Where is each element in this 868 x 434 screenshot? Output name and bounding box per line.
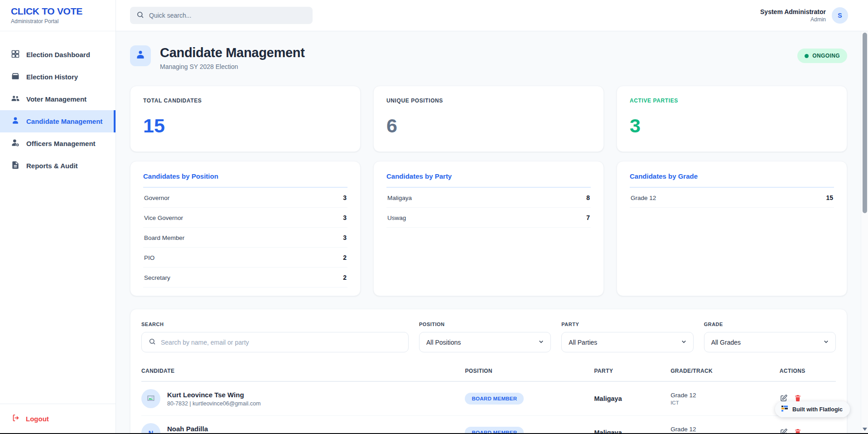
brand: CLICK TO VOTE Administrator Portal — [0, 0, 116, 31]
sidebar-nav: Election Dashboard Election History Vote… — [0, 31, 116, 404]
filter-label: PARTY — [561, 322, 693, 327]
column-header-grade-track: GRADE/TRACK — [670, 368, 780, 374]
status-label: ONGOING — [812, 53, 840, 59]
card-candidates-by-party: Candidates by Party Maligaya 8 Uswag 7 — [373, 161, 604, 296]
vertical-scrollbar — [861, 31, 868, 433]
table-header: CANDIDATE POSITION PARTY GRADE/TRACK ACT… — [141, 366, 836, 382]
row-label: Grade 12 — [631, 195, 656, 201]
status-badge: ONGOING — [797, 49, 847, 63]
party-cell: Maligaya — [594, 395, 671, 402]
sidebar-item-voter-management[interactable]: Voter Management — [0, 88, 116, 110]
candidate-person-icon — [135, 49, 146, 62]
position-badge: BOARD MEMBER — [465, 427, 524, 433]
stat-card-active-parties: ACTIVE PARTIES 3 — [617, 86, 847, 152]
filters-row: SEARCH POSITION All Positions — [141, 322, 836, 352]
candidate-search-input[interactable] — [161, 339, 401, 346]
stat-value: 6 — [386, 115, 591, 137]
position-badge: BOARD MEMBER — [465, 393, 524, 405]
candidate-name: Noah Padilla — [167, 425, 260, 433]
filter-label: GRADE — [704, 322, 836, 327]
row-value: 2 — [343, 254, 347, 261]
avatar[interactable]: S — [832, 7, 848, 24]
voters-group-icon — [11, 94, 20, 104]
candidate-identity: Noah Padilla 77-4692 | noahpadilla13@gma… — [167, 425, 260, 434]
dashboard-grid-icon — [11, 49, 20, 60]
delete-candidate-button[interactable] — [794, 428, 802, 434]
row-label: Board Member — [144, 234, 184, 241]
candidate-contact: 80-7832 | kurtleovince06@gmail.com — [167, 400, 260, 407]
user-menu[interactable]: System Administrator Admin S — [760, 7, 848, 24]
party-cell: Maligaya — [594, 429, 671, 433]
sidebar-item-label: Candidate Management — [26, 117, 102, 125]
app-window: CLICK TO VOTE Administrator Portal Elect… — [0, 0, 868, 433]
stats-row: TOTAL CANDIDATES 15 UNIQUE POSITIONS 6 A… — [130, 86, 847, 152]
breakdown-row: Secretary 2 — [143, 268, 347, 288]
position-cell: BOARD MEMBER — [465, 393, 594, 405]
card-title: Candidates by Position — [143, 172, 347, 180]
table-row: N Noah Padilla 77-4692 | noahpadilla13@g… — [141, 416, 836, 433]
breakdown-row: Maligaya 8 — [386, 188, 591, 208]
breakdown-row: Board Member 3 — [143, 228, 347, 248]
scrollbar-thumb[interactable] — [863, 33, 867, 213]
party-select[interactable]: All Parties — [561, 332, 693, 352]
grade-select-value: All Grades — [711, 339, 741, 346]
track-value: ICT — [670, 400, 780, 405]
candidate-cell: N Noah Padilla 77-4692 | noahpadilla13@g… — [141, 423, 465, 433]
sidebar-item-reports-audit[interactable]: Reports & Audit — [0, 155, 116, 177]
breakdown-row: Uswag 7 — [386, 208, 591, 228]
edit-candidate-button[interactable] — [780, 428, 788, 434]
stat-card-total-candidates: TOTAL CANDIDATES 15 — [130, 86, 361, 152]
breakdown-row: PIO 2 — [143, 248, 347, 268]
grade-value: Grade 12 — [670, 392, 780, 399]
card-candidates-by-grade: Candidates by Grade Grade 12 15 — [617, 161, 847, 296]
stat-label: UNIQUE POSITIONS — [386, 98, 591, 104]
page-title: Candidate Management — [160, 45, 305, 60]
party-select-value: All Parties — [569, 339, 597, 346]
candidate-avatar: N — [141, 423, 160, 433]
breakdown-row: Vice Governor 3 — [143, 208, 347, 228]
quick-search-input[interactable] — [149, 12, 306, 19]
row-label: Vice Governor — [144, 215, 183, 221]
sidebar: CLICK TO VOTE Administrator Portal Elect… — [0, 0, 116, 433]
filter-position: POSITION All Positions — [419, 322, 551, 352]
sidebar-item-election-dashboard[interactable]: Election Dashboard — [0, 44, 116, 66]
candidate-identity: Kurt Leovince Tse Wing 80-7832 | kurtleo… — [167, 391, 260, 407]
built-with-flatlogic-badge[interactable]: Built with Flatlogic — [775, 401, 850, 417]
filter-label: SEARCH — [141, 322, 409, 327]
content-column: System Administrator Admin S Candidate M… — [116, 0, 868, 433]
row-label: Secretary — [144, 274, 170, 281]
candidate-page-icon-badge — [130, 45, 151, 66]
logout-button[interactable]: Logout — [0, 404, 116, 433]
grade-value: Grade 12 — [670, 426, 780, 433]
column-header-candidate: CANDIDATE — [141, 368, 465, 374]
row-value: 3 — [343, 234, 347, 241]
row-label: Maligaya — [387, 195, 412, 201]
row-value: 7 — [586, 214, 590, 221]
stat-card-unique-positions: UNIQUE POSITIONS 6 — [373, 86, 604, 152]
logout-label: Logout — [26, 415, 49, 423]
sidebar-item-election-history[interactable]: Election History — [0, 66, 116, 88]
sidebar-item-officers-management[interactable]: Officers Management — [0, 132, 116, 155]
position-cell: BOARD MEMBER — [465, 427, 594, 433]
logout-icon — [12, 414, 20, 424]
grade-track-cell: Grade 12 ICT — [670, 392, 780, 405]
row-value: 15 — [826, 194, 833, 201]
row-label: PIO — [144, 254, 154, 261]
sidebar-item-label: Election History — [26, 73, 78, 81]
user-name: System Administrator — [760, 8, 826, 15]
trash-icon — [794, 428, 802, 434]
scrollbar-down-arrow[interactable] — [863, 428, 867, 431]
position-select[interactable]: All Positions — [419, 332, 551, 352]
candidate-cell: Kurt Leovince Tse Wing 80-7832 | kurtleo… — [141, 389, 465, 408]
flatlogic-logo-icon — [781, 405, 788, 414]
search-icon — [136, 11, 144, 20]
breakdown-row: Grade 12 15 — [630, 188, 834, 208]
grade-select[interactable]: All Grades — [704, 332, 836, 352]
brand-title: CLICK TO VOTE — [11, 6, 105, 17]
row-label: Governor — [144, 195, 169, 201]
user-meta: System Administrator Admin — [760, 8, 826, 23]
card-title: Candidates by Party — [386, 172, 591, 180]
sidebar-item-candidate-management[interactable]: Candidate Management — [0, 110, 116, 132]
topbar: System Administrator Admin S — [116, 0, 868, 31]
filter-search: SEARCH — [141, 322, 409, 352]
